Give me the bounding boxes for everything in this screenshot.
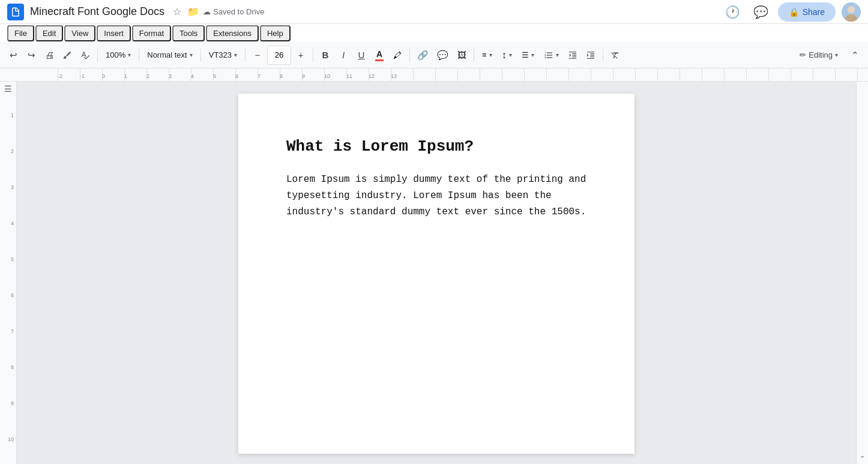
separator-7: [474, 49, 474, 62]
document-body[interactable]: Lorem Ipsum is simply dummy text of the …: [286, 172, 586, 221]
comments-button[interactable]: 💬: [750, 1, 772, 23]
paint-format-button[interactable]: [59, 46, 76, 65]
right-panel: ›: [856, 82, 868, 464]
main-area: ☰ 1 2 3 4 5 6 7 8 9 10 11 What is Lorem …: [0, 82, 868, 464]
editing-chevron: ▾: [835, 52, 838, 58]
left-panel: ☰ 1 2 3 4 5 6 7 8 9 10 11: [0, 82, 17, 464]
editing-label: Editing: [809, 50, 833, 59]
linespace-chevron: ▾: [509, 52, 512, 58]
app-icon: [7, 4, 24, 20]
redo-button[interactable]: ↪: [23, 46, 40, 65]
font-size-plus-button[interactable]: +: [292, 46, 309, 65]
list-icon: ☰: [522, 50, 529, 59]
menu-view[interactable]: View: [64, 25, 95, 41]
history-button[interactable]: 🕐: [722, 1, 744, 23]
highlight-button[interactable]: 🖍: [389, 46, 406, 65]
expand-button[interactable]: ⌃: [846, 46, 863, 65]
font-size-minus-button[interactable]: −: [249, 46, 266, 65]
font-value: VT323: [209, 50, 232, 59]
menu-help[interactable]: Help: [260, 25, 291, 41]
separator-1: [97, 49, 98, 62]
underline-button[interactable]: U: [353, 46, 370, 65]
ruler-mark: 12: [369, 73, 375, 79]
vruler-6: 6: [11, 293, 14, 298]
document-heading[interactable]: What is Lorem Ipsum?: [286, 137, 586, 157]
menu-extensions[interactable]: Extensions: [206, 25, 259, 41]
ruler-mark: 8: [280, 73, 283, 79]
zoom-chevron: ▾: [128, 52, 131, 58]
align-select[interactable]: ≡ ▾: [478, 46, 496, 65]
ruler-mark: 6: [235, 73, 238, 79]
avatar: [842, 2, 861, 22]
vruler-3: 3: [11, 185, 14, 190]
style-chevron: ▾: [190, 52, 193, 58]
link-button[interactable]: 🔗: [414, 46, 432, 65]
menu-insert[interactable]: Insert: [97, 25, 131, 41]
font-color-indicator: A: [375, 49, 384, 61]
star-button[interactable]: ☆: [170, 4, 184, 20]
numlist-chevron: ▾: [556, 52, 559, 58]
share-lock-icon: 🔒: [789, 7, 799, 17]
style-select[interactable]: Normal text ▾: [143, 46, 196, 65]
comments-icon: 💬: [753, 5, 768, 19]
cloud-icon: ☁: [203, 7, 211, 16]
separator-6: [409, 49, 410, 62]
print-button[interactable]: 🖨: [41, 46, 58, 65]
ruler-mark: -1: [80, 73, 85, 79]
editing-button[interactable]: ✏ Editing ▾: [795, 48, 843, 62]
indent-less-button[interactable]: [564, 46, 581, 65]
doc-title: Minecraft Font Google Docs: [30, 5, 164, 18]
italic-button[interactable]: I: [335, 46, 352, 65]
vruler-4: 4: [11, 221, 14, 226]
font-size-input[interactable]: 26: [267, 46, 291, 65]
align-chevron: ▾: [489, 52, 492, 58]
ruler-mark: 1: [124, 73, 127, 79]
menu-tools[interactable]: Tools: [172, 25, 205, 41]
spellcheck-button[interactable]: [77, 46, 94, 65]
menu-edit[interactable]: Edit: [35, 25, 63, 41]
title-left: Minecraft Font Google Docs ☆ 📁 ☁ Saved t…: [30, 4, 264, 20]
image-button[interactable]: 🖼: [453, 46, 470, 65]
bold-button[interactable]: B: [317, 46, 334, 65]
horizontal-ruler: -2 -1 0 1 2 3 4 5 6 7 8 9 10 11 12 13: [0, 68, 868, 82]
doc-scroll-area[interactable]: What is Lorem Ipsum? Lorem Ipsum is simp…: [17, 82, 856, 464]
comment-button[interactable]: 💬: [433, 46, 452, 65]
font-select[interactable]: VT323 ▾: [205, 46, 241, 65]
font-color-button[interactable]: A: [371, 46, 388, 65]
outline-button[interactable]: ☰: [4, 84, 12, 94]
history-icon: 🕐: [725, 5, 740, 19]
share-label: Share: [803, 7, 825, 17]
numlist-select[interactable]: ▾: [540, 46, 563, 65]
vruler-8: 8: [11, 365, 14, 370]
ruler-mark: 11: [346, 73, 352, 79]
list-chevron: ▾: [531, 52, 534, 58]
clear-format-button[interactable]: [607, 46, 624, 65]
ruler-mark: 9: [302, 73, 305, 79]
ruler-mark: 7: [258, 73, 261, 79]
share-button[interactable]: 🔒 Share: [778, 2, 836, 22]
ruler-mark: 13: [391, 73, 397, 79]
move-button[interactable]: 📁: [185, 4, 202, 20]
separator-2: [139, 49, 139, 62]
ruler-mark: 5: [213, 73, 216, 79]
menu-file[interactable]: File: [7, 25, 34, 41]
collapse-panel-button[interactable]: ›: [858, 456, 867, 458]
ruler-mark: 0: [102, 73, 105, 79]
menu-format[interactable]: Format: [132, 25, 171, 41]
ruler-mark: 3: [169, 73, 172, 79]
style-value: Normal text: [147, 50, 187, 59]
linespace-icon: ↕: [502, 50, 507, 61]
separator-3: [200, 49, 201, 62]
linespace-select[interactable]: ↕ ▾: [498, 46, 516, 65]
vruler-9: 9: [11, 401, 14, 406]
font-color-bar: [375, 59, 384, 61]
ruler-mark: 4: [191, 73, 194, 79]
indent-more-button[interactable]: [582, 46, 599, 65]
vruler-5: 5: [11, 257, 14, 262]
pencil-icon: ✏: [800, 50, 806, 59]
list-select[interactable]: ☰ ▾: [517, 46, 538, 65]
vertical-ruler: 1 2 3 4 5 6 7 8 9 10 11: [0, 95, 16, 464]
undo-button[interactable]: ↩: [5, 46, 22, 65]
editing-status: ✏ Editing ▾ ⌃: [795, 46, 863, 65]
zoom-select[interactable]: 100% ▾: [101, 46, 135, 65]
